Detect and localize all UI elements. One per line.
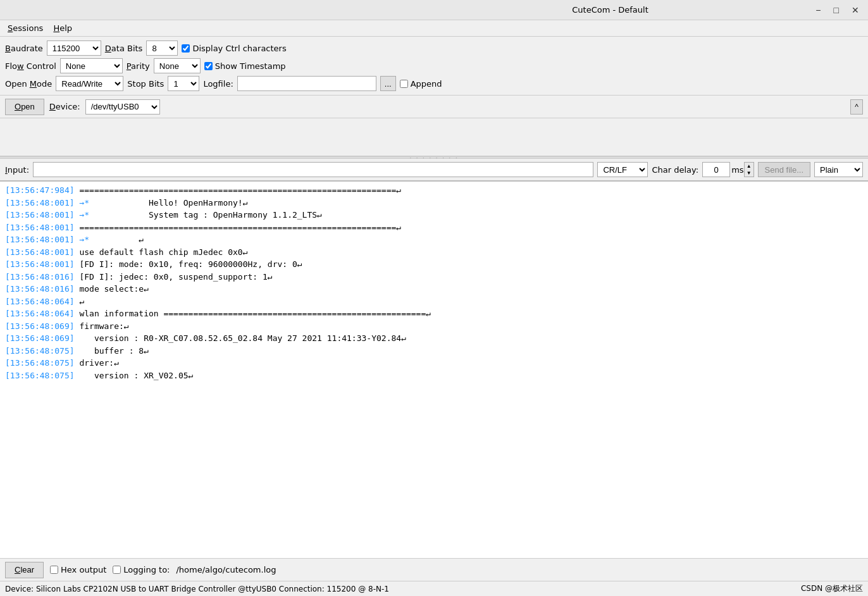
timestamp: [13:56:48:069]: [5, 333, 75, 343]
timestamp: [13:56:48:075]: [5, 346, 75, 356]
openmode-label: Open Mode: [5, 79, 52, 89]
line-content: System tag : OpenHarmony 1.1.2_LTS↵: [89, 210, 322, 220]
spinbox-up-button[interactable]: ▲: [745, 163, 753, 170]
minimize-button[interactable]: −: [812, 4, 824, 16]
display-ctrl-label[interactable]: Display Ctrl characters: [182, 44, 286, 53]
arrow-indicator: →*: [75, 210, 89, 220]
terminal-line: [13:56:48:075] buffer : 8↵: [5, 345, 863, 357]
input-field[interactable]: [33, 162, 593, 177]
line-content: version : R0-XR_C07.08.52.65_02.84 May 2…: [75, 333, 406, 343]
collapse-button[interactable]: ^: [850, 99, 863, 115]
baudrate-select[interactable]: 115200 9600 19200 38400 57600 230400: [47, 40, 101, 56]
input-row: Input: CR/LF CR LF None Char delay: ms ▲…: [0, 159, 868, 182]
display-ctrl-checkbox[interactable]: [182, 44, 190, 53]
device-select[interactable]: /dev/ttyUSB0 /dev/ttyUSB1 /dev/ttyS0: [85, 99, 160, 115]
stopbits-label: Stop Bits: [127, 79, 164, 89]
parity-label: Parity: [127, 61, 150, 71]
hex-output-checkbox[interactable]: [50, 566, 58, 574]
timestamp: [13:56:48:001]: [5, 235, 75, 244]
append-label[interactable]: Append: [400, 79, 442, 89]
append-checkbox[interactable]: [400, 80, 408, 88]
logging-path: /home/algo/cutecom.log: [176, 565, 276, 574]
menu-sessions[interactable]: Sessions: [3, 22, 48, 34]
openmode-select[interactable]: Read/Write Read Only Write Only: [56, 76, 123, 91]
timestamp: [13:56:47:984]: [5, 185, 75, 195]
flowcontrol-label: Flow Control: [5, 61, 56, 71]
maximize-button[interactable]: □: [830, 4, 843, 16]
settings-row-2: Flow Control None Hardware Software Pari…: [5, 58, 863, 73]
char-delay-spinbox: ms ▲ ▼: [702, 162, 753, 177]
menu-help[interactable]: Help: [48, 22, 77, 34]
timestamp: [13:56:48:001]: [5, 210, 75, 220]
device-label: Device:: [49, 102, 80, 111]
cr-lf-select[interactable]: CR/LF CR LF None: [597, 162, 648, 177]
send-file-button[interactable]: Send file...: [758, 162, 810, 177]
line-content: Hello! OpenHarmony!↵: [89, 198, 247, 208]
logging-label[interactable]: Logging to:: [113, 565, 170, 574]
show-timestamp-label[interactable]: Show Timestamp: [204, 61, 286, 71]
line-content: [FD I]: mode: 0x10, freq: 96000000Hz, dr…: [75, 259, 302, 269]
clear-button[interactable]: Clear: [5, 562, 44, 578]
terminal-line: [13:56:48:064] wlan information ========…: [5, 307, 863, 320]
format-select[interactable]: Plain Hex Mixed: [814, 162, 863, 177]
line-content: driver:↵: [75, 358, 119, 368]
stopbits-select[interactable]: 1 2: [168, 76, 199, 91]
timestamp: [13:56:48:001]: [5, 198, 75, 208]
timestamp: [13:56:48:001]: [5, 259, 75, 269]
char-delay-unit: ms: [731, 165, 743, 175]
terminal-line: [13:56:48:001] →* ↵: [5, 233, 863, 246]
status-brand: CSDN @极术社区: [801, 583, 863, 594]
timestamp: [13:56:48:064]: [5, 297, 75, 306]
terminal-line: [13:56:48:069] version : R0-XR_C07.08.52…: [5, 332, 863, 345]
char-delay-input[interactable]: [702, 162, 730, 177]
line-content: firmware:↵: [75, 321, 129, 331]
terminal-line: [13:56:48:064] ↵: [5, 295, 863, 308]
bottom-toolbar: Clear Hex output Logging to: /home/algo/…: [0, 558, 868, 581]
logfile-input[interactable]: /home/algo/cutecom.log: [237, 76, 376, 91]
terminal-line: [13:56:48:016] mode select:e↵: [5, 283, 863, 295]
spinbox-buttons: ▲ ▼: [744, 162, 754, 177]
terminal-line: [13:56:48:075] version : XR_V02.05↵: [5, 369, 863, 382]
close-button[interactable]: ✕: [848, 4, 863, 16]
line-content: ↵: [89, 235, 144, 244]
char-delay-label: Char delay:: [652, 165, 698, 175]
input-label: Input:: [5, 165, 29, 175]
arrow-indicator: →*: [75, 235, 89, 244]
timestamp: [13:56:48:075]: [5, 358, 75, 368]
show-timestamp-checkbox[interactable]: [204, 62, 213, 70]
hex-output-label[interactable]: Hex output: [50, 565, 106, 574]
titlebar: CuteCom - Default − □ ✕: [0, 0, 868, 20]
terminal-output[interactable]: [13:56:47:984] =========================…: [0, 182, 868, 558]
logfile-browse-button[interactable]: ...: [380, 76, 396, 91]
databits-select[interactable]: 8 5 6 7: [146, 40, 178, 56]
display-ctrl-text: Display Ctrl characters: [192, 44, 286, 53]
line-content: buffer : 8↵: [75, 346, 149, 356]
parity-select[interactable]: None Even Odd: [154, 58, 201, 73]
flowcontrol-select[interactable]: None Hardware Software: [60, 58, 123, 73]
terminal-line: [13:56:48:001] =========================…: [5, 221, 863, 234]
statusbar: Device: Silicon Labs CP2102N USB to UART…: [0, 581, 868, 596]
logging-checkbox[interactable]: [113, 566, 121, 574]
terminal-line: [13:56:48:001] use default flash chip mJ…: [5, 246, 863, 259]
terminal-line: [13:56:48:075] driver:↵: [5, 357, 863, 369]
line-content: [FD I]: jedec: 0x0, suspend_support: 1↵: [75, 272, 273, 282]
menubar: Sessions Help: [0, 20, 868, 37]
line-content: ========================================…: [75, 185, 402, 195]
empty-area: [0, 118, 868, 156]
settings-row-1: Baudrate 115200 9600 19200 38400 57600 2…: [5, 40, 863, 56]
timestamp: [13:56:48:001]: [5, 247, 75, 257]
timestamp: [13:56:48:075]: [5, 371, 75, 380]
titlebar-controls: − □ ✕: [812, 4, 863, 16]
settings-panel: Baudrate 115200 9600 19200 38400 57600 2…: [0, 37, 868, 96]
timestamp: [13:56:48:064]: [5, 309, 75, 318]
timestamp: [13:56:48:069]: [5, 321, 75, 331]
open-button[interactable]: Open: [5, 99, 44, 115]
spinbox-down-button[interactable]: ▼: [745, 170, 753, 177]
settings-row-3: Open Mode Read/Write Read Only Write Onl…: [5, 76, 863, 91]
titlebar-title: CuteCom - Default: [409, 5, 812, 15]
timestamp: [13:56:48:001]: [5, 223, 75, 232]
terminal-line: [13:56:48:001] →* Hello! OpenHarmony!↵: [5, 197, 863, 209]
logging-text: Logging to:: [123, 565, 170, 574]
timestamp: [13:56:48:016]: [5, 284, 75, 294]
terminal-line: [13:56:48:016] [FD I]: jedec: 0x0, suspe…: [5, 271, 863, 283]
